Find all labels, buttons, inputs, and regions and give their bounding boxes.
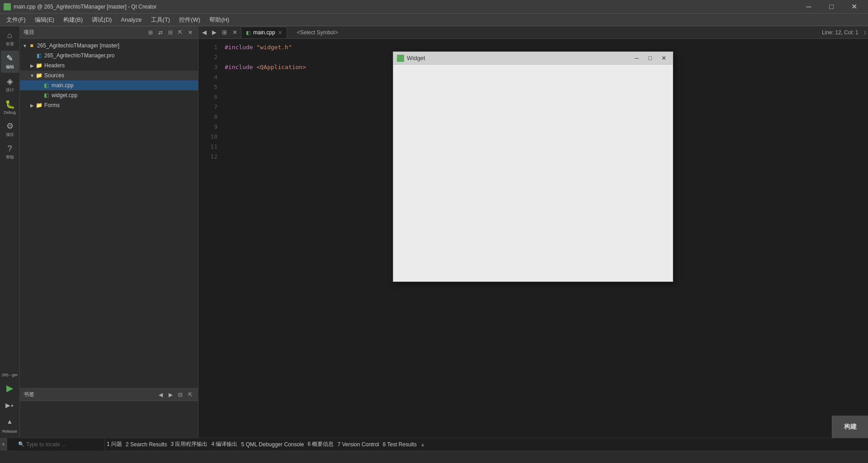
symbol-selector[interactable]: <Select Symbol> [293,28,342,37]
widget-maximize-button[interactable]: □ [645,53,656,64]
line-info-extra: ↕ [863,29,866,36]
tree-item-pro[interactable]: ◧ 265_AgritechIoTManager.pro [20,51,198,61]
close-button[interactable]: ✕ [844,0,864,14]
sidebar-item-project[interactable]: ⚙ 项目 [1,118,19,140]
editor-content[interactable]: 1 2 3 4 5 6 7 8 9 10 11 12 #include "wid… [198,39,868,438]
widget-titlebar: Widget ─ □ ✕ [393,52,673,65]
arrow-root: ▼ [22,43,28,48]
project-tree: ▼ ■ 265_AgritechIoTManager [master] ◧ 26… [20,39,198,388]
tree-item-main-cpp[interactable]: ◧ main.cpp [20,80,198,90]
tab-main-cpp[interactable]: ◧ main.cpp ✕ [241,27,287,38]
tree-label-forms: Forms [44,102,60,108]
close-panel-icon[interactable]: ✕ [186,28,194,37]
nav-back-button[interactable]: ◀ [200,28,208,37]
design-icon: ◈ [7,76,13,86]
menu-build[interactable]: 构建(B) [59,14,87,26]
main-layout: ⌂ 欢迎 ✎ 编辑 ◈ 设计 🐛 Debug ⚙ 项目 ? 帮助 265···g… [0,26,868,438]
sidebar-bottom: 265···ger ▶ ▶▲ ▲ Release [0,371,19,438]
menu-file[interactable]: 文件(F) [2,14,30,26]
sidebar-item-debug[interactable]: 🐛 Debug [1,97,19,117]
bookmarks-collapse[interactable]: ⊟ [176,391,184,399]
menu-help[interactable]: 帮助(H) [205,14,234,26]
nav-forward-button[interactable]: ▶ [210,28,218,37]
menu-analyze[interactable]: Analyze [116,14,146,25]
editor-area: ◀ ▶ ⊞ ✕ ◧ main.cpp ✕ <Select Symbol> Lin… [198,26,868,438]
status-item-qml-debugger[interactable]: 5 QML Debugger Console [239,441,306,448]
tree-item-forms[interactable]: ▶ 📁 Forms [20,100,198,110]
sidebar-item-edit[interactable]: ✎ 编辑 [1,51,19,73]
pro-file-icon: ◧ [35,52,42,59]
split-button[interactable]: ⊞ [220,28,229,37]
filter-icon[interactable]: ⊞ [146,28,155,37]
arrow-forms: ▶ [29,103,35,108]
project-icon: ⚙ [6,121,14,131]
sidebar-item-help[interactable]: ? 帮助 [1,141,19,163]
build-button-side[interactable]: ▲ [2,413,18,430]
bookmarks-header: 书签 ◀ ▶ ⊟ ⇱ [20,388,198,401]
edit-icon: ✎ [6,53,13,63]
collapse-icon[interactable]: ⊟ [166,28,175,37]
sidebar-item-welcome[interactable]: ⌂ 欢迎 [1,28,19,50]
editor-tabs: ◧ main.cpp ✕ [241,27,288,38]
tree-label-main-cpp: main.cpp [52,82,74,89]
line-numbers: 1 2 3 4 5 6 7 8 9 10 11 12 [198,39,221,438]
arrow-sources: ▼ [29,73,35,78]
project-panel-header: 项目 ⊞ ⇄ ⊟ ⇱ ✕ [20,26,198,39]
status-item-search[interactable]: 2 Search Results [124,441,169,448]
tree-item-sources[interactable]: ▼ 📁 Sources [20,70,198,80]
menu-controls[interactable]: 控件(W) [175,14,205,26]
release-label: Release [2,430,17,434]
status-item-general-info[interactable]: 6 概要信息 [306,440,335,448]
widget-minimize-button[interactable]: ─ [631,53,642,64]
status-item-app-output[interactable]: 3 应用程序输出 [169,440,209,448]
widget-close-button[interactable]: ✕ [658,53,669,64]
headers-folder-icon: 📁 [35,62,42,69]
tree-item-root[interactable]: ▼ ■ 265_AgritechIoTManager [master] [20,41,198,51]
status-item-test-results[interactable]: 8 Test Results ▲ [381,441,427,448]
bookmarks-float[interactable]: ⇱ [186,391,194,399]
build-action-label: 构建 [844,423,857,431]
status-items-container: 🔍 Type to locate ... 1 问题 2 Search Resul… [14,438,868,451]
minimize-button[interactable]: ─ [798,0,819,14]
widget-dialog-title: Widget [407,55,628,61]
project-panel: 项目 ⊞ ⇄ ⊟ ⇱ ✕ ▼ ■ 265_AgritechIoTManager … [20,26,198,438]
status-item-problems[interactable]: 1 问题 [105,440,124,448]
bookmarks-icons: ◀ ▶ ⊟ ⇱ [156,391,194,399]
sidebar-left: ⌂ 欢迎 ✎ 编辑 ◈ 设计 🐛 Debug ⚙ 项目 ? 帮助 265···g… [0,26,20,438]
bookmarks-nav-left[interactable]: ◀ [156,391,165,399]
tree-label-pro: 265_AgritechIoTManager.pro [44,52,114,59]
search-container[interactable]: 🔍 Type to locate ... [14,438,105,451]
run-button[interactable]: ▶ [2,380,18,396]
debug-icon: 🐛 [5,99,15,109]
sources-folder-icon: 📁 [35,72,42,79]
status-bar: ≡ 🔍 Type to locate ... 1 问题 2 Search Res… [0,438,868,450]
window-controls: ─ □ ✕ [798,0,864,14]
menu-debug[interactable]: 调试(D) [87,14,116,26]
sidebar-item-design[interactable]: ◈ 设计 [1,74,19,96]
status-expand-arrow: ▲ [420,441,425,448]
welcome-icon: ⌂ [7,31,12,40]
status-item-version-control[interactable]: 7 Version Control [335,441,381,448]
build-and-run-button[interactable]: ▶▲ [2,397,18,413]
menu-tools[interactable]: 工具(T) [146,14,175,26]
widget-dialog: Widget ─ □ ✕ [393,51,673,282]
build-action-button[interactable]: 构建 [832,416,868,438]
status-expand-btn[interactable]: ≡ [0,438,7,451]
status-item-compile-output[interactable]: 4 编译输出 [209,440,239,448]
editor-nav-bar: ◀ ▶ ⊞ ✕ ◧ main.cpp ✕ <Select Symbol> Lin… [198,26,868,39]
help-icon: ? [7,144,12,154]
tree-label-root: 265_AgritechIoTManager [master] [37,42,119,49]
tree-item-widget-cpp[interactable]: ◧ widget.cpp [20,90,198,100]
maximize-button[interactable]: □ [821,0,842,14]
tab-main-cpp-close[interactable]: ✕ [278,30,282,36]
close-editor-button[interactable]: ✕ [231,28,239,37]
bookmarks-panel: 书签 ◀ ▶ ⊟ ⇱ [20,388,198,438]
sync-icon[interactable]: ⇄ [156,28,165,37]
menu-edit[interactable]: 编辑(E) [30,14,59,26]
bookmarks-nav-right[interactable]: ▶ [166,391,175,399]
widget-body [393,65,673,281]
tree-item-headers[interactable]: ▶ 📁 Headers [20,61,198,70]
build-config-label: 265···ger [2,373,18,377]
tree-label-headers: Headers [44,62,65,69]
float-icon[interactable]: ⇱ [176,28,184,37]
